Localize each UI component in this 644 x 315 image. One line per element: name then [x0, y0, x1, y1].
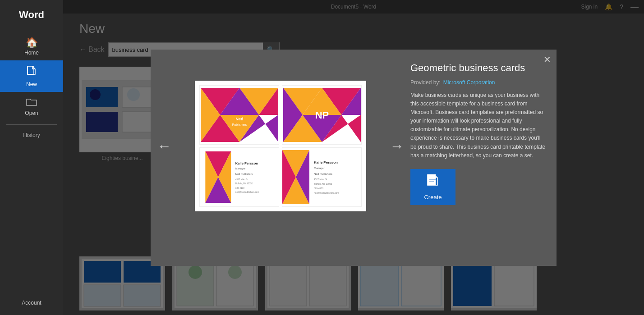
create-button-label: Create: [424, 194, 442, 201]
svg-text:NP: NP: [315, 110, 329, 121]
svg-text:Buffalo, NY 10052: Buffalo, NY 10052: [314, 183, 332, 185]
sidebar-item-open[interactable]: Open: [0, 92, 63, 121]
sidebar-item-account[interactable]: Account: [0, 294, 63, 310]
create-document-icon: [427, 174, 439, 191]
sidebar: Word 🏠 Home New Open History Account: [0, 0, 63, 315]
app-title: Word: [0, 5, 63, 23]
home-icon: 🏠: [26, 38, 38, 48]
template-detail-modal: ✕ ←: [151, 50, 557, 266]
sidebar-item-label-account: Account: [22, 300, 41, 306]
svg-text:Kalle Persson: Kalle Persson: [314, 160, 338, 164]
sidebar-item-label-history: History: [23, 132, 40, 138]
template-preview-image: Ned Publishers: [195, 81, 366, 211]
modal-info: Geometric business cards Provided by: Mi…: [410, 60, 546, 205]
create-button[interactable]: Create: [410, 169, 455, 205]
svg-text:Manager: Manager: [235, 167, 246, 169]
svg-text:4527 Main St: 4527 Main St: [314, 178, 327, 181]
sidebar-item-home[interactable]: 🏠 Home: [0, 32, 63, 60]
sidebar-item-label-new: New: [26, 81, 37, 87]
svg-text:ned@nedpublishers.com: ned@nedpublishers.com: [235, 191, 259, 193]
modal-next-button[interactable]: →: [390, 137, 404, 154]
sidebar-divider: [6, 124, 57, 125]
sidebar-bottom: Account: [0, 294, 63, 315]
svg-text:Kalle Persson: Kalle Persson: [235, 161, 258, 165]
modal-description: Make business cards as unique as your bu…: [410, 91, 546, 160]
svg-text:Ned Publishers: Ned Publishers: [235, 173, 253, 175]
provided-by-label: Provided by:: [410, 79, 441, 86]
open-folder-icon: [26, 97, 37, 108]
modal-close-button[interactable]: ✕: [543, 54, 551, 65]
svg-text:ned@nedpublishers.com: ned@nedpublishers.com: [314, 192, 339, 194]
svg-text:Ned: Ned: [235, 117, 243, 121]
svg-text:385-4100: 385-4100: [314, 187, 323, 190]
svg-text:Publishers: Publishers: [232, 123, 247, 126]
modal-template-title: Geometric business cards: [410, 62, 546, 74]
new-document-icon: [27, 66, 37, 79]
sidebar-item-label-home: Home: [24, 50, 39, 56]
provided-by: Provided by: Microsoft Corporation: [410, 79, 546, 86]
svg-text:4527 Main St: 4527 Main St: [235, 178, 248, 180]
modal-overlay: ✕ ←: [63, 0, 644, 315]
main-content: Document5 - Word Sign in 🔔 ? — New ← Bac…: [63, 0, 644, 315]
svg-text:Manager: Manager: [314, 167, 325, 169]
modal-body: ←: [151, 50, 557, 266]
modal-prev-button[interactable]: ←: [157, 137, 171, 154]
svg-text:385-4100: 385-4100: [235, 187, 244, 189]
sidebar-item-new[interactable]: New: [0, 60, 63, 92]
modal-preview: ←: [161, 60, 400, 232]
svg-text:Buffalo, NY 10052: Buffalo, NY 10052: [235, 183, 253, 185]
sidebar-item-label-open: Open: [25, 110, 38, 116]
provider-link[interactable]: Microsoft Corporation: [443, 79, 495, 86]
svg-text:Ned Publishers: Ned Publishers: [314, 173, 332, 175]
svg-rect-0: [28, 66, 34, 74]
sidebar-item-history[interactable]: History: [0, 128, 63, 142]
